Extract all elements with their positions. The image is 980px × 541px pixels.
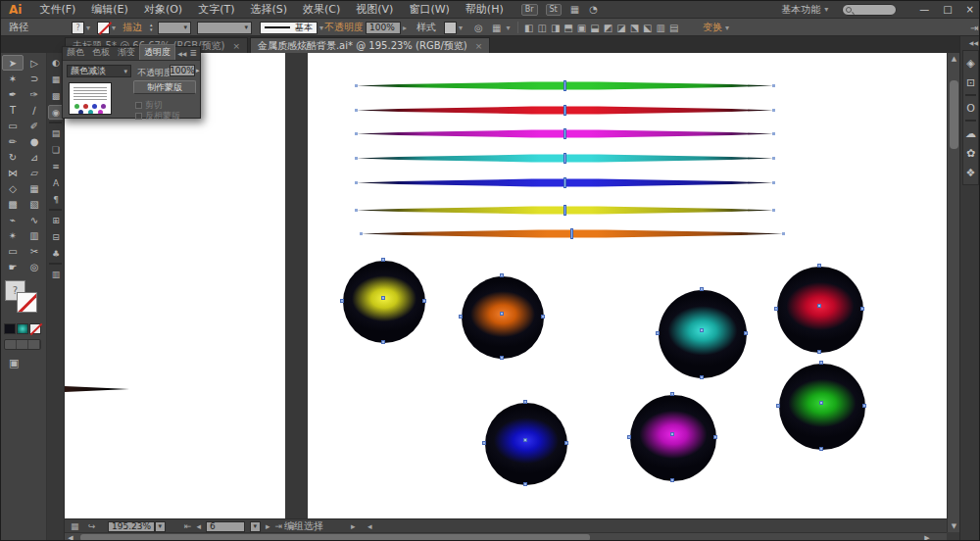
style-caret-icon[interactable]: ▾ xyxy=(459,24,463,32)
stroke-swatch[interactable] xyxy=(17,292,37,313)
character-panel-icon[interactable]: A xyxy=(48,175,64,190)
pen-tool[interactable]: ✒ xyxy=(2,86,24,102)
distribute-top-icon[interactable]: ◩ xyxy=(604,23,612,33)
graph-tool[interactable]: ▥ xyxy=(24,227,45,243)
paintbrush-tool[interactable]: ✐ xyxy=(24,118,45,133)
gradient-line-red[interactable] xyxy=(357,106,773,115)
panel-opacity-input[interactable]: 100% xyxy=(170,65,195,76)
shape-builder-tool[interactable]: ◇ xyxy=(2,180,24,196)
stock-button[interactable]: St xyxy=(546,4,562,16)
gradient-line-yellow[interactable] xyxy=(357,206,773,215)
menu-item-8[interactable]: 窗口(W) xyxy=(401,2,457,17)
menu-item-3[interactable]: 对象(O) xyxy=(136,2,190,17)
add-anchor-point-tool[interactable]: ✑ xyxy=(24,86,45,102)
pencil-tool[interactable]: ✏ xyxy=(2,133,24,149)
first-artboard-button[interactable]: ⇤ xyxy=(184,521,192,531)
artboards-panel-icon[interactable]: ⊡ xyxy=(963,73,978,92)
lasso-tool[interactable]: ⊃ xyxy=(24,71,45,86)
gradient-button[interactable] xyxy=(17,323,28,334)
color-button[interactable] xyxy=(4,323,16,334)
panel-tab-透明度[interactable]: 透明度 xyxy=(139,44,175,60)
stroke-weight-stepper[interactable]: ▴▾ xyxy=(150,23,153,32)
vertical-scrollbar[interactable]: ▲ ▼ xyxy=(947,53,959,532)
stroke-link[interactable]: 描边 xyxy=(122,21,142,34)
minimize-button[interactable]: — xyxy=(919,4,929,15)
panel-opacity-arrow-icon[interactable]: ▸ xyxy=(196,67,200,74)
document-tab-2[interactable]: 金属质感炫酷背景.ai* @ 195.23% (RGB/预览)× xyxy=(250,37,490,53)
status-left-arrow-icon[interactable]: ◂ xyxy=(368,521,372,531)
magic-wand-tool[interactable]: ✶ xyxy=(2,71,24,86)
perspective-grid-tool[interactable]: ▦ xyxy=(24,180,45,196)
scroll-right-icon[interactable]: ▶ xyxy=(921,533,933,541)
document-setup-icon[interactable]: ◎ xyxy=(474,23,483,33)
horizontal-scroll-thumb[interactable] xyxy=(80,534,590,541)
style-swatch[interactable] xyxy=(444,22,457,34)
gradient-sphere-teal[interactable] xyxy=(659,290,747,378)
zoom-level-select[interactable]: 195.23% xyxy=(108,521,155,532)
artboard-number-select[interactable]: 6 xyxy=(206,521,245,532)
brush-definition-select[interactable]: 基本 xyxy=(260,22,318,34)
libraries-panel-icon[interactable]: ⊞ xyxy=(48,213,64,227)
links-panel-icon[interactable]: ⊟ xyxy=(48,229,64,244)
distribute-right-icon[interactable]: ▤ xyxy=(669,23,678,33)
free-transform-tool[interactable]: ▱ xyxy=(24,165,45,180)
scroll-left-icon[interactable]: ◀ xyxy=(65,533,76,541)
tapered-line-shape[interactable] xyxy=(65,386,129,392)
brushes-panel-icon[interactable]: ✿ xyxy=(963,143,978,163)
gradient-line-blue[interactable] xyxy=(357,178,773,187)
tab-close-icon[interactable]: × xyxy=(475,41,483,51)
previous-artboard-button[interactable]: ◂ xyxy=(197,521,202,531)
blend-tool[interactable]: ∿ xyxy=(24,212,45,227)
gradient-annotator-handle[interactable] xyxy=(564,80,566,91)
artboards-panel-icon[interactable]: ▥ xyxy=(48,267,64,281)
align-middle-icon[interactable]: ▣ xyxy=(577,23,586,33)
eyedropper-tool[interactable]: ⌁ xyxy=(2,212,24,227)
menu-item-1[interactable]: 文件(F) xyxy=(31,2,83,17)
rectangle-tool[interactable]: ▭ xyxy=(2,118,24,133)
hand-tool[interactable]: ☛ xyxy=(2,259,24,274)
bridge-button[interactable]: Br xyxy=(521,4,538,16)
gradient-sphere-blue[interactable] xyxy=(485,403,567,485)
slice-tool[interactable]: ✂ xyxy=(24,243,45,259)
align-center-horizontal-icon[interactable]: ◫ xyxy=(537,23,546,33)
menu-item-2[interactable]: 编辑(E) xyxy=(83,2,136,17)
type-tool[interactable]: T xyxy=(2,102,24,118)
drawing-modes-button[interactable] xyxy=(4,339,41,350)
status-right-arrow-icon[interactable]: ▸ xyxy=(351,521,356,531)
panel-collapse-icon[interactable]: ◀◀ xyxy=(177,50,186,57)
width-tool[interactable]: ⋈ xyxy=(2,165,24,180)
transform-caret-icon[interactable]: ▾ xyxy=(725,24,729,32)
panel-tab-渐变[interactable]: 渐变 xyxy=(114,45,139,60)
stroke-caret-icon[interactable]: ▾ xyxy=(112,24,116,32)
distribute-middle-icon[interactable]: ▥ xyxy=(657,23,665,33)
distribute-center-icon[interactable]: ◪ xyxy=(616,23,625,33)
gradient-sphere-yellow[interactable] xyxy=(343,261,425,343)
vertical-scroll-thumb[interactable] xyxy=(950,80,958,149)
preferences-grid-icon[interactable]: ▦ xyxy=(492,23,501,33)
appearance-panel-icon[interactable]: ▤ xyxy=(48,125,64,140)
gradient-line-green[interactable] xyxy=(357,81,773,90)
tab-close-icon[interactable]: × xyxy=(232,41,240,51)
last-artboard-button[interactable]: ⇥ xyxy=(275,521,283,531)
menu-item-6[interactable]: 效果(C) xyxy=(295,2,348,17)
gradient-annotator-handle[interactable] xyxy=(564,105,566,116)
line-segment-tool[interactable]: ∕ xyxy=(24,102,45,118)
menu-item-9[interactable]: 帮助(H) xyxy=(458,2,512,17)
document-canvas-untitled5[interactable] xyxy=(65,53,285,518)
graphic-styles-panel-icon[interactable]: ❏ xyxy=(48,142,64,157)
stroke-weight-select[interactable]: ▾ xyxy=(158,22,191,34)
symbols-panel-icon[interactable]: ♣ xyxy=(48,246,64,261)
gradient-annotator-handle[interactable] xyxy=(564,177,566,188)
gradient-sphere-green[interactable] xyxy=(779,364,865,450)
mesh-tool[interactable]: ▩ xyxy=(2,196,24,212)
artboard-caret[interactable]: ▾ xyxy=(250,521,261,532)
menu-item-5[interactable]: 选择(S) xyxy=(242,2,295,17)
transform-link[interactable]: 变换 xyxy=(703,21,722,34)
maximize-button[interactable]: □ xyxy=(943,4,952,15)
none-button[interactable] xyxy=(29,323,41,334)
stroke-panel-icon[interactable]: O xyxy=(963,98,978,118)
menu-item-4[interactable]: 文字(T) xyxy=(190,2,242,17)
opacity-select[interactable]: 100% xyxy=(366,22,401,34)
gradient-annotator-handle[interactable] xyxy=(564,128,566,139)
menu-item-7[interactable]: 视图(V) xyxy=(348,2,401,17)
